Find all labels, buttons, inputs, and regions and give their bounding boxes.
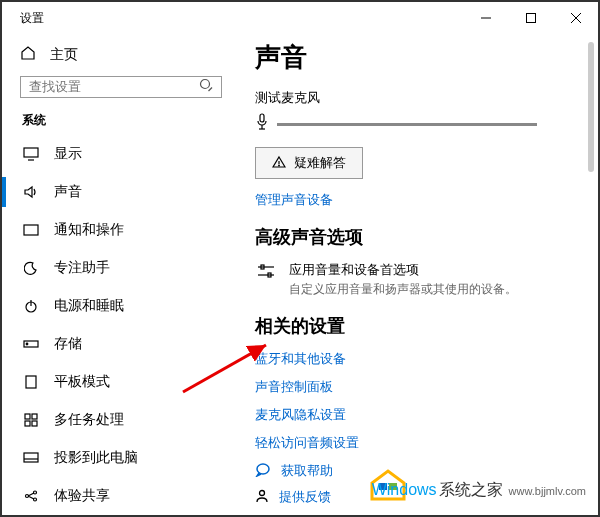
svg-line-5 [209,87,213,91]
sidebar-item-label: 投影到此电脑 [54,449,138,467]
svg-point-33 [260,490,265,495]
svg-rect-16 [25,421,30,426]
svg-point-20 [26,495,29,498]
window-title: 设置 [20,10,44,27]
power-icon [22,299,40,313]
svg-point-32 [257,464,269,474]
app-volume-title: 应用音量和设备首选项 [289,261,517,279]
sidebar-item-label: 电源和睡眠 [54,297,124,315]
sidebar: 主页 系统 显示 声音 通知和操作 [2,34,237,515]
notifications-icon [22,223,40,237]
ease-access-audio-link[interactable]: 轻松访问音频设置 [255,434,578,452]
sidebar-item-label: 存储 [54,335,82,353]
svg-rect-23 [260,114,264,122]
sidebar-item-multitask[interactable]: 多任务处理 [20,401,237,439]
maximize-button[interactable] [508,2,553,34]
sidebar-item-project[interactable]: 投影到此电脑 [20,439,237,477]
svg-rect-15 [32,414,37,419]
home-icon [20,45,36,64]
svg-rect-14 [25,414,30,419]
help-icon [255,463,271,480]
svg-point-22 [34,498,37,501]
feedback-icon [255,489,269,506]
multitask-icon [22,413,40,427]
nav-list: 显示 声音 通知和操作 专注助手 电源和睡眠 [20,135,237,515]
sidebar-item-label: 多任务处理 [54,411,124,429]
get-help-row[interactable]: 获取帮助 [255,462,578,480]
svg-point-27 [279,165,280,166]
sidebar-section-label: 系统 [20,112,237,129]
page-title: 声音 [255,40,578,75]
svg-rect-17 [32,421,37,426]
bluetooth-link[interactable]: 蓝牙和其他设备 [255,350,578,368]
svg-rect-13 [26,376,36,388]
sidebar-item-shared[interactable]: 体验共享 [20,477,237,515]
app-volume-desc: 自定义应用音量和扬声器或其使用的设备。 [289,281,517,298]
manage-devices-link[interactable]: 管理声音设备 [255,191,578,209]
svg-rect-1 [526,14,535,23]
tablet-icon [22,375,40,389]
feedback-row[interactable]: 提供反馈 [255,488,578,506]
mic-test-label: 测试麦克风 [255,89,578,107]
sidebar-item-notifications[interactable]: 通知和操作 [20,211,237,249]
svg-rect-6 [24,148,38,157]
sound-control-panel-link[interactable]: 声音控制面板 [255,378,578,396]
warning-icon [272,155,286,172]
app-volume-option[interactable]: 应用音量和设备首选项 自定义应用音量和扬声器或其使用的设备。 [255,261,578,298]
get-help-label: 获取帮助 [281,462,333,480]
sidebar-item-display[interactable]: 显示 [20,135,237,173]
sidebar-item-storage[interactable]: 存储 [20,325,237,363]
storage-icon [22,338,40,350]
scrollbar[interactable] [588,42,594,172]
close-button[interactable] [553,2,598,34]
sidebar-item-label: 体验共享 [54,487,110,505]
related-heading: 相关的设置 [255,314,578,338]
sidebar-item-sound[interactable]: 声音 [20,173,237,211]
sidebar-item-label: 声音 [54,183,82,201]
shared-icon [22,489,40,503]
sidebar-item-label: 显示 [54,145,82,163]
mic-test-row [255,113,578,135]
sidebar-item-tablet[interactable]: 平板模式 [20,363,237,401]
troubleshoot-label: 疑难解答 [294,154,346,172]
mic-level-bar [277,123,537,126]
troubleshoot-button[interactable]: 疑难解答 [255,147,363,179]
svg-rect-8 [24,225,38,235]
home-label: 主页 [50,46,78,64]
feedback-label: 提供反馈 [279,488,331,506]
sidebar-item-power[interactable]: 电源和睡眠 [20,287,237,325]
sidebar-item-label: 通知和操作 [54,221,124,239]
svg-point-21 [34,491,37,494]
sidebar-item-label: 平板模式 [54,373,110,391]
minimize-button[interactable] [463,2,508,34]
advanced-heading: 高级声音选项 [255,225,578,249]
microphone-icon [255,113,269,135]
svg-point-4 [201,79,210,88]
search-box[interactable] [20,76,222,98]
home-nav[interactable]: 主页 [20,44,237,66]
sidebar-item-focus-assist[interactable]: 专注助手 [20,249,237,287]
focus-assist-icon [22,261,40,275]
titlebar: 设置 [2,2,598,34]
search-icon [199,78,213,96]
svg-point-12 [26,343,28,345]
mic-privacy-link[interactable]: 麦克风隐私设置 [255,406,578,424]
sound-icon [22,185,40,199]
sidebar-item-label: 专注助手 [54,259,110,277]
search-input[interactable] [29,79,199,94]
svg-rect-18 [24,453,38,462]
sliders-icon [255,261,277,298]
content-area: 声音 测试麦克风 疑难解答 管理声音设备 高级声音选项 [237,34,598,515]
display-icon [22,147,40,161]
project-icon [22,451,40,465]
